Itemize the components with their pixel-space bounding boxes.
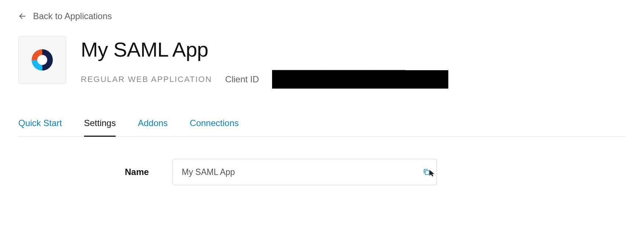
back-link-label: Back to Applications	[33, 11, 112, 21]
app-title: My SAML App	[81, 37, 448, 61]
cursor-icon	[429, 169, 435, 177]
svg-point-1	[38, 56, 46, 64]
client-id-label: Client ID	[225, 74, 259, 85]
tab-connections[interactable]: Connections	[190, 118, 239, 137]
app-header: My SAML App REGULAR WEB APPLICATION Clie…	[18, 36, 626, 89]
arrow-left-icon	[18, 12, 26, 20]
app-type-label: REGULAR WEB APPLICATION	[81, 75, 212, 84]
name-input[interactable]	[173, 159, 437, 185]
name-field-wrapper	[173, 159, 437, 185]
app-logo-icon	[28, 46, 56, 74]
app-icon	[18, 36, 66, 84]
tab-addons[interactable]: Addons	[138, 118, 167, 137]
tab-settings[interactable]: Settings	[84, 118, 116, 137]
tab-quick-start[interactable]: Quick Start	[18, 118, 62, 137]
title-block: My SAML App REGULAR WEB APPLICATION Clie…	[81, 36, 448, 89]
client-id-value[interactable]: ████████████████████████████████	[272, 70, 448, 89]
name-field-label: Name	[125, 167, 158, 177]
app-meta-row: REGULAR WEB APPLICATION Client ID ██████…	[81, 70, 448, 89]
back-to-applications-link[interactable]: Back to Applications	[18, 11, 112, 21]
tabs-nav: Quick Start Settings Addons Connections	[18, 118, 626, 137]
form-section: Name	[125, 159, 626, 185]
